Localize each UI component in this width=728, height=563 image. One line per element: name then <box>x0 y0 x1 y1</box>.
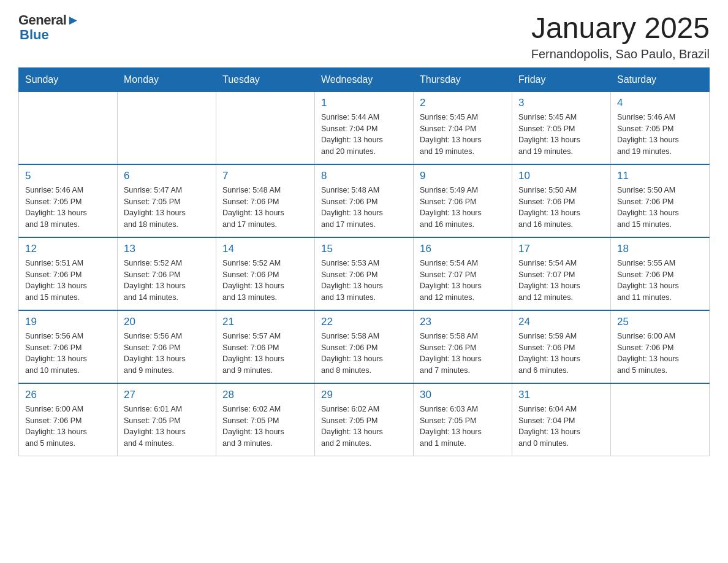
day-info: Sunrise: 5:59 AMSunset: 7:06 PMDaylight:… <box>518 331 604 377</box>
calendar-cell: 17Sunrise: 5:54 AMSunset: 7:07 PMDayligh… <box>512 237 611 310</box>
day-number: 29 <box>321 389 407 401</box>
calendar-cell: 7Sunrise: 5:48 AMSunset: 7:06 PMDaylight… <box>216 164 315 237</box>
day-number: 7 <box>222 170 308 182</box>
day-info: Sunrise: 6:04 AMSunset: 7:04 PMDaylight:… <box>518 404 604 450</box>
calendar-cell <box>118 91 216 164</box>
logo-arrow-icon: ► <box>66 12 80 28</box>
calendar-header-row: SundayMondayTuesdayWednesdayThursdayFrid… <box>19 67 710 91</box>
day-number: 28 <box>222 389 308 401</box>
calendar-cell: 12Sunrise: 5:51 AMSunset: 7:06 PMDayligh… <box>19 237 118 310</box>
day-info: Sunrise: 5:53 AMSunset: 7:06 PMDaylight:… <box>321 258 407 304</box>
day-info: Sunrise: 6:02 AMSunset: 7:05 PMDaylight:… <box>321 404 407 450</box>
day-info: Sunrise: 5:58 AMSunset: 7:06 PMDaylight:… <box>420 331 506 377</box>
day-number: 24 <box>518 316 604 328</box>
day-number: 8 <box>321 170 407 182</box>
calendar-week-row: 19Sunrise: 5:56 AMSunset: 7:06 PMDayligh… <box>19 310 710 383</box>
day-info: Sunrise: 5:44 AMSunset: 7:04 PMDaylight:… <box>321 112 407 158</box>
calendar-cell: 1Sunrise: 5:44 AMSunset: 7:04 PMDaylight… <box>315 91 414 164</box>
day-number: 27 <box>124 389 210 401</box>
calendar-cell: 13Sunrise: 5:52 AMSunset: 7:06 PMDayligh… <box>118 237 216 310</box>
calendar-subtitle: Fernandopolis, Sao Paulo, Brazil <box>531 47 710 61</box>
calendar-cell: 22Sunrise: 5:58 AMSunset: 7:06 PMDayligh… <box>315 310 414 383</box>
day-number: 5 <box>25 170 111 182</box>
day-info: Sunrise: 5:48 AMSunset: 7:06 PMDaylight:… <box>222 185 308 231</box>
day-number: 10 <box>518 170 604 182</box>
day-info: Sunrise: 5:45 AMSunset: 7:04 PMDaylight:… <box>420 112 506 158</box>
page-header: General ► Blue January 2025 Fernandopoli… <box>18 12 710 61</box>
calendar-cell: 27Sunrise: 6:01 AMSunset: 7:05 PMDayligh… <box>118 383 216 456</box>
day-number: 14 <box>222 243 308 255</box>
day-info: Sunrise: 5:56 AMSunset: 7:06 PMDaylight:… <box>25 331 111 377</box>
calendar-cell: 15Sunrise: 5:53 AMSunset: 7:06 PMDayligh… <box>315 237 414 310</box>
calendar-cell: 4Sunrise: 5:46 AMSunset: 7:05 PMDaylight… <box>611 91 710 164</box>
calendar-cell: 29Sunrise: 6:02 AMSunset: 7:05 PMDayligh… <box>315 383 414 456</box>
calendar-cell: 31Sunrise: 6:04 AMSunset: 7:04 PMDayligh… <box>512 383 611 456</box>
day-info: Sunrise: 6:00 AMSunset: 7:06 PMDaylight:… <box>25 404 111 450</box>
calendar-cell: 19Sunrise: 5:56 AMSunset: 7:06 PMDayligh… <box>19 310 118 383</box>
calendar-cell: 26Sunrise: 6:00 AMSunset: 7:06 PMDayligh… <box>19 383 118 456</box>
day-number: 25 <box>617 316 703 328</box>
day-info: Sunrise: 5:54 AMSunset: 7:07 PMDaylight:… <box>420 258 506 304</box>
day-number: 26 <box>25 389 111 401</box>
calendar-cell: 24Sunrise: 5:59 AMSunset: 7:06 PMDayligh… <box>512 310 611 383</box>
day-number: 2 <box>420 97 506 109</box>
calendar-cell: 8Sunrise: 5:48 AMSunset: 7:06 PMDaylight… <box>315 164 414 237</box>
column-header-wednesday: Wednesday <box>315 67 414 91</box>
day-info: Sunrise: 5:48 AMSunset: 7:06 PMDaylight:… <box>321 185 407 231</box>
calendar-cell: 23Sunrise: 5:58 AMSunset: 7:06 PMDayligh… <box>414 310 512 383</box>
calendar-cell: 3Sunrise: 5:45 AMSunset: 7:05 PMDaylight… <box>512 91 611 164</box>
calendar-cell <box>19 91 118 164</box>
day-info: Sunrise: 6:03 AMSunset: 7:05 PMDaylight:… <box>420 404 506 450</box>
day-number: 17 <box>518 243 604 255</box>
day-number: 15 <box>321 243 407 255</box>
calendar-week-row: 5Sunrise: 5:46 AMSunset: 7:05 PMDaylight… <box>19 164 710 237</box>
calendar-cell: 6Sunrise: 5:47 AMSunset: 7:05 PMDaylight… <box>118 164 216 237</box>
day-number: 6 <box>124 170 210 182</box>
day-info: Sunrise: 6:02 AMSunset: 7:05 PMDaylight:… <box>222 404 308 450</box>
column-header-monday: Monday <box>118 67 216 91</box>
day-number: 30 <box>420 389 506 401</box>
day-number: 9 <box>420 170 506 182</box>
calendar-cell: 14Sunrise: 5:52 AMSunset: 7:06 PMDayligh… <box>216 237 315 310</box>
day-info: Sunrise: 5:56 AMSunset: 7:06 PMDaylight:… <box>124 331 210 377</box>
day-info: Sunrise: 6:00 AMSunset: 7:06 PMDaylight:… <box>617 331 703 377</box>
day-info: Sunrise: 5:50 AMSunset: 7:06 PMDaylight:… <box>617 185 703 231</box>
day-number: 21 <box>222 316 308 328</box>
calendar-cell: 9Sunrise: 5:49 AMSunset: 7:06 PMDaylight… <box>414 164 512 237</box>
calendar-cell: 21Sunrise: 5:57 AMSunset: 7:06 PMDayligh… <box>216 310 315 383</box>
calendar-cell: 25Sunrise: 6:00 AMSunset: 7:06 PMDayligh… <box>611 310 710 383</box>
logo-blue-text: Blue <box>20 27 80 43</box>
day-info: Sunrise: 5:46 AMSunset: 7:05 PMDaylight:… <box>617 112 703 158</box>
day-number: 22 <box>321 316 407 328</box>
calendar-cell: 28Sunrise: 6:02 AMSunset: 7:05 PMDayligh… <box>216 383 315 456</box>
column-header-sunday: Sunday <box>19 67 118 91</box>
calendar-cell: 10Sunrise: 5:50 AMSunset: 7:06 PMDayligh… <box>512 164 611 237</box>
day-number: 12 <box>25 243 111 255</box>
day-number: 19 <box>25 316 111 328</box>
calendar-cell: 5Sunrise: 5:46 AMSunset: 7:05 PMDaylight… <box>19 164 118 237</box>
calendar-table: SundayMondayTuesdayWednesdayThursdayFrid… <box>18 67 710 456</box>
day-info: Sunrise: 5:51 AMSunset: 7:06 PMDaylight:… <box>25 258 111 304</box>
day-info: Sunrise: 5:54 AMSunset: 7:07 PMDaylight:… <box>518 258 604 304</box>
calendar-cell: 20Sunrise: 5:56 AMSunset: 7:06 PMDayligh… <box>118 310 216 383</box>
day-info: Sunrise: 5:55 AMSunset: 7:06 PMDaylight:… <box>617 258 703 304</box>
column-header-thursday: Thursday <box>414 67 512 91</box>
day-number: 18 <box>617 243 703 255</box>
calendar-week-row: 12Sunrise: 5:51 AMSunset: 7:06 PMDayligh… <box>19 237 710 310</box>
day-number: 4 <box>617 97 703 109</box>
day-info: Sunrise: 5:50 AMSunset: 7:06 PMDaylight:… <box>518 185 604 231</box>
day-info: Sunrise: 6:01 AMSunset: 7:05 PMDaylight:… <box>124 404 210 450</box>
day-number: 16 <box>420 243 506 255</box>
day-number: 20 <box>124 316 210 328</box>
day-number: 13 <box>124 243 210 255</box>
day-info: Sunrise: 5:57 AMSunset: 7:06 PMDaylight:… <box>222 331 308 377</box>
day-info: Sunrise: 5:47 AMSunset: 7:05 PMDaylight:… <box>124 185 210 231</box>
column-header-saturday: Saturday <box>611 67 710 91</box>
title-block: January 2025 Fernandopolis, Sao Paulo, B… <box>531 12 710 61</box>
calendar-cell: 2Sunrise: 5:45 AMSunset: 7:04 PMDaylight… <box>414 91 512 164</box>
day-info: Sunrise: 5:58 AMSunset: 7:06 PMDaylight:… <box>321 331 407 377</box>
calendar-cell <box>216 91 315 164</box>
calendar-cell: 30Sunrise: 6:03 AMSunset: 7:05 PMDayligh… <box>414 383 512 456</box>
day-number: 31 <box>518 389 604 401</box>
day-info: Sunrise: 5:52 AMSunset: 7:06 PMDaylight:… <box>222 258 308 304</box>
